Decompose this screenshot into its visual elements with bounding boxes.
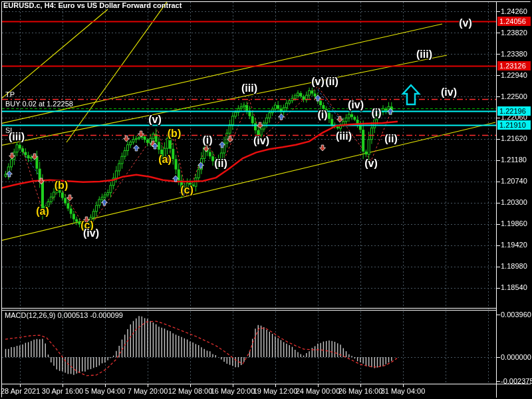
wave-label: (i) <box>371 107 381 119</box>
wave-label: (ii) <box>325 76 338 88</box>
price-tag-label: 1.23126 <box>497 61 531 70</box>
time-tick-label: 26 May 16:00 <box>338 387 383 395</box>
wave-label: (iii) <box>9 131 25 143</box>
price-chart-canvas[interactable] <box>0 0 532 399</box>
wave-label: (i) <box>317 109 327 121</box>
wave-label: (v) <box>148 114 162 126</box>
wave-label: (iii) <box>336 130 352 142</box>
time-tick-label: 24 May 00:00 <box>296 387 340 395</box>
price-tick-label: 1.21180 <box>501 156 527 164</box>
wave-label: (iii) <box>416 49 432 61</box>
time-tick-label: 5 May 04:00 <box>85 387 126 395</box>
time-tick-label: 7 May 20:00 <box>128 387 168 395</box>
big-up-arrow-icon[interactable] <box>401 84 421 106</box>
macd-indicator-label: MACD(12,26,9) 0.000513 -0.000099 <box>5 311 123 320</box>
price-tick-label: 1.18980 <box>501 262 527 271</box>
wave-label: (c) <box>180 184 194 196</box>
price-tick-label: 1.19860 <box>501 219 527 228</box>
price-tick-label: 1.24260 <box>501 7 527 16</box>
wave-label: (v) <box>459 17 472 29</box>
macd-tick-label: -0.002375 <box>501 377 532 386</box>
price-tick-label: 1.19420 <box>501 241 527 249</box>
wave-label: (iv) <box>348 99 364 111</box>
time-tick-label: 30 Apr 16:00 <box>42 387 83 395</box>
wave-label: (b) <box>168 128 181 140</box>
price-tick-label: 1.20740 <box>501 177 527 186</box>
wave-label: (a) <box>36 205 49 217</box>
wave-label: (ii) <box>384 133 398 145</box>
time-tick-label: 12 May 08:00 <box>168 387 213 395</box>
price-tag-label: 1.24056 <box>497 17 531 26</box>
wave-label: (iv) <box>441 86 457 98</box>
wave-label: (ii) <box>214 158 227 170</box>
wave-label: (v) <box>364 158 378 170</box>
time-tick-label: 31 May 04:00 <box>381 387 426 395</box>
wave-label: (i) <box>202 134 212 146</box>
price-tick-label: 1.23820 <box>501 29 527 37</box>
macd-tick-label: 0.000000 <box>501 353 531 362</box>
price-tick-label: 1.20300 <box>501 198 527 207</box>
price-tick-label: 1.21620 <box>501 134 527 143</box>
price-tick-label: 1.18540 <box>501 283 527 292</box>
wave-label: (a) <box>158 154 172 166</box>
wave-label: (b) <box>55 180 68 192</box>
wave-label: (iv) <box>253 135 269 147</box>
price-tag-label: 1.21910 <box>497 120 531 130</box>
take-profit-caption: TP <box>5 90 15 99</box>
buy-order-caption: BUY 0.02 at 1.22258 <box>5 100 73 108</box>
time-tick-label: 16 May 20:00 <box>211 387 255 395</box>
macd-tick-label: 0.003960 <box>501 311 531 319</box>
time-tick-label: 19 May 12:00 <box>253 387 298 395</box>
wave-label: (iii) <box>241 82 257 94</box>
chart-window: EURUSD.c, H4: Euro vs US Dollar Forward … <box>0 0 532 399</box>
wave-label: (v) <box>311 76 325 88</box>
wave-label: (iv) <box>83 227 99 239</box>
price-tick-label: 1.22500 <box>501 92 527 101</box>
chart-title: EURUSD.c, H4: Euro vs US Dollar Forward … <box>3 1 182 10</box>
price-tick-label: 1.22940 <box>501 71 527 80</box>
price-tag-label: 1.22196 <box>497 106 531 116</box>
price-tick-label: 1.23380 <box>501 50 527 59</box>
time-tick-label: 28 Apr 2021 <box>1 387 40 395</box>
